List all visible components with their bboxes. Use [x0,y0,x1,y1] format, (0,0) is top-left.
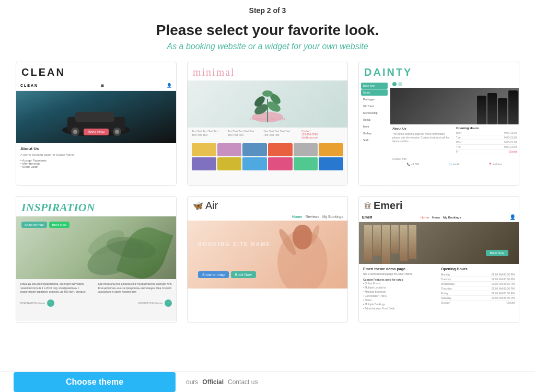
theme-preview-emeri: Emeri Home News My Bookings 👤 Book No [359,213,519,322]
theme-card-clean[interactable]: CLEAN CLEAN ≡ 👤 [16,62,177,186]
theme-name-clean: CLEAN [16,62,176,80]
subtitle: As a booking website or a widget for you… [0,42,535,51]
svg-point-6 [115,130,119,134]
theme-card-air[interactable]: 🦋 Air Home Reviews My Bookings BOOKING S… [187,196,348,323]
theme-preview-clean: CLEAN ≡ 👤 Book Now [16,80,176,185]
theme-card-inspiration[interactable]: INSPIRATION Show on map Book Now Команда… [16,196,177,323]
theme-card-minimal[interactable]: minimal Driftwood Day Spa Text Text Text… [187,62,348,186]
hours-label: ours [186,378,198,386]
theme-name-inspiration: INSPIRATION [16,197,176,216]
svg-rect-2 [75,112,114,122]
theme-preview-minimal: Driftwood Day Spa Text Text Text Text Te… [188,80,347,185]
theme-name-emeri: Emeri [374,200,403,212]
theme-preview-air: Home Reviews My Bookings BOOKING SITE NA… [188,213,347,322]
contact-label: Contact us [228,378,258,386]
theme-name-air: Air [203,200,218,212]
official-label: Official [202,378,224,386]
theme-preview-dainty: Book now Home Packages Gift Card Members… [359,80,519,185]
theme-name-dainty: DAINTY [359,62,519,80]
themes-grid: CLEAN CLEAN ≡ 👤 [0,62,535,323]
butterfly-icon: 🦋 [193,201,203,211]
main-title: Please select your favorite look. [0,22,535,39]
svg-point-12 [262,90,273,97]
choose-theme-button[interactable]: Choose theme [14,372,176,392]
theme-name-minimal: minimal [188,62,347,80]
bottom-bar: Choose theme ours Official Contact us [0,371,535,392]
theme-card-dainty[interactable]: DAINTY Book now Home Packages Gift Card … [358,62,519,186]
theme-preview-inspiration: Show on map Book Now Команда McLaren пре… [16,216,176,321]
svg-point-17 [293,225,312,250]
emeri-icon: 🏛 [364,202,371,210]
theme-card-emeri[interactable]: 🏛 Emeri Emeri Home News My Bookings 👤 [358,196,519,323]
svg-point-5 [73,130,77,134]
step-indicator: Step 2 of 3 [0,0,535,18]
